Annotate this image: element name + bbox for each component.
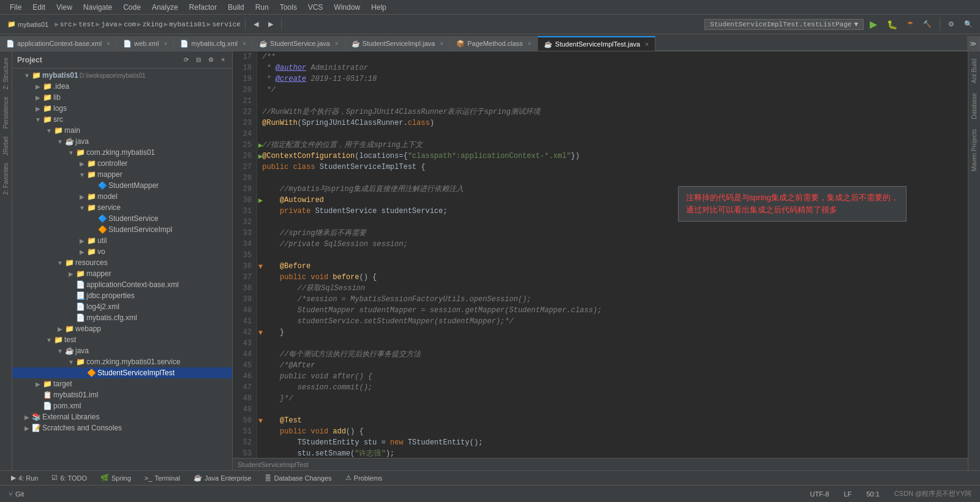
tree-target[interactable]: ▶ 📁 target (12, 378, 232, 389)
tab-terminal[interactable]: >_ Terminal (138, 473, 186, 483)
back-btn[interactable]: ◀ (250, 19, 262, 29)
path-zking[interactable]: zking (143, 21, 163, 28)
menu-file[interactable]: File (5, 2, 26, 13)
tree-test[interactable]: ▼ 📁 test (12, 334, 232, 345)
tab-close-btn-7[interactable]: × (645, 41, 649, 48)
debug-btn[interactable]: 🐛 (883, 18, 901, 31)
coverage-btn[interactable]: ☂ (903, 19, 917, 29)
tree-idea[interactable]: ▶ 📁 .idea (12, 81, 232, 92)
menu-window[interactable]: Window (329, 2, 365, 13)
status-line-sep[interactable]: LF (840, 489, 856, 499)
tree-iml[interactable]: 📋 mybatis01.iml (12, 389, 232, 400)
tree-com-zking[interactable]: ▼ 📁 com.zking.mybatis01 (12, 147, 232, 158)
tree-webapp[interactable]: ▶ 📁 webapp (12, 323, 232, 334)
build-btn[interactable]: 🔨 (919, 19, 935, 29)
tree-main[interactable]: ▼ 📁 main (12, 125, 232, 136)
tree-lib[interactable]: ▶ 📁 lib (12, 92, 232, 103)
tree-test-java[interactable]: ▼ ☕ java (12, 345, 232, 356)
tree-jdbc-props[interactable]: 📃 jdbc.properties (12, 290, 232, 301)
tree-mapper[interactable]: ▼ 📁 mapper (12, 169, 232, 180)
editor-content[interactable]: 17 18 19 20 21 22 23 24 25 ▶ 26 ▶ 27 28 (233, 51, 968, 458)
tree-mybatiscfg-xml[interactable]: 📄 mybatis.cfg.xml (12, 312, 232, 323)
path-service[interactable]: service (212, 21, 240, 28)
menu-vcs[interactable]: VCS (303, 2, 328, 13)
tree-vo[interactable]: ▶ 📁 vo (12, 246, 232, 257)
tab-mybatiscfg[interactable]: 📄 mybatis.cfg.xml × (174, 36, 253, 51)
tree-root[interactable]: ▼ 📁 mybatis01 D:\iwokspace\mybatis01 (12, 70, 232, 81)
persistence-panel-btn[interactable]: Persistence (1, 93, 10, 132)
tab-studentservice[interactable]: ☕ StudentService.java × (253, 36, 345, 51)
toolbar-project-btn[interactable]: 📁 mybatis01 (4, 19, 52, 29)
menu-view[interactable]: View (51, 2, 77, 13)
tab-db-changes[interactable]: 🗄 Database Changes (258, 473, 337, 483)
tree-appctx-xml[interactable]: 📄 applicationContext-base.xml (12, 279, 232, 290)
tree-service[interactable]: ▼ 📁 service (12, 202, 232, 213)
favorites-panel-btn[interactable]: 2: Favorites (1, 159, 10, 198)
tab-todo[interactable]: ☑ 6: TODO (45, 473, 93, 483)
path-com[interactable]: com (124, 21, 136, 28)
tree-mapper-res[interactable]: ▶ 📁 mapper (12, 268, 232, 279)
menu-build[interactable]: Build (223, 2, 249, 13)
search-everywhere-btn[interactable]: 🔍 (960, 19, 976, 29)
tree-model[interactable]: ▶ 📁 model (12, 191, 232, 202)
tree-src[interactable]: ▼ 📁 src (12, 114, 232, 125)
settings-sidebar-btn[interactable]: ⚙ (206, 56, 216, 64)
tab-webxml[interactable]: 📄 web.xml × (117, 36, 174, 51)
tab-studentserviceimpl[interactable]: ☕ StudentServiceImpl.java × (345, 36, 450, 51)
tab-close-btn-2[interactable]: × (164, 40, 167, 47)
tree-test-service-pkg[interactable]: ▼ 📁 com.zking.mybatis01.service (12, 356, 232, 367)
menu-tools[interactable]: Tools (275, 2, 302, 13)
tab-close-btn-3[interactable]: × (243, 40, 246, 47)
run-config-dropdown[interactable]: ▼ (854, 21, 858, 28)
tab-extra[interactable]: ≫ (967, 36, 980, 51)
tab-problems[interactable]: ⚠ Problems (339, 473, 388, 483)
tree-external-libs[interactable]: ▶ 📚 External Libraries (12, 411, 232, 422)
path-mybatis01[interactable]: mybatis01 (169, 21, 205, 28)
path-test[interactable]: test (78, 21, 94, 28)
structure-panel-btn[interactable]: Z: Structure (1, 54, 10, 93)
menu-help[interactable]: Help (366, 2, 391, 13)
tree-resources[interactable]: ▼ 📁 resources (12, 257, 232, 268)
tree-util[interactable]: ▶ 📁 util (12, 235, 232, 246)
tree-studentserviceimpltest[interactable]: 🔶 StudentServiceImplTest (12, 367, 232, 378)
ant-build-btn[interactable]: Ant Build (970, 54, 979, 88)
collapse-all-btn[interactable]: ⊟ (194, 56, 203, 64)
tab-java-enterprise[interactable]: ☕ Java Enterprise (187, 473, 257, 483)
tab-close-btn-5[interactable]: × (440, 40, 443, 47)
jrebel-panel-btn[interactable]: JRebel (1, 133, 10, 159)
close-sidebar-btn[interactable]: × (219, 56, 227, 64)
sync-btn[interactable]: ⟳ (181, 56, 191, 64)
status-git[interactable]: ⑂ Git (5, 489, 28, 499)
path-java[interactable]: java (101, 21, 117, 28)
tab-applicationContext[interactable]: 📄 applicationContext-base.xml × (0, 36, 117, 51)
tree-pom[interactable]: 📄 pom.xml (12, 400, 232, 411)
tab-close-btn-6[interactable]: × (528, 40, 532, 47)
tree-studentservice[interactable]: 🔷 StudentService (12, 213, 232, 224)
tree-scratches[interactable]: ▶ 📝 Scratches and Consoles (12, 422, 232, 433)
tree-log4j-xml[interactable]: 📄 log4j2.xml (12, 301, 232, 312)
run-config-box[interactable]: StudentServiceImplTest.testListPage ▼ (704, 19, 864, 30)
database-btn[interactable]: Database (970, 88, 979, 124)
menu-run[interactable]: Run (251, 2, 274, 13)
menu-code[interactable]: Code (118, 2, 146, 13)
status-encoding[interactable]: UTF-8 (806, 489, 832, 499)
path-src[interactable]: src (60, 21, 72, 28)
maven-btn[interactable]: Maven Projects (970, 124, 979, 176)
tab-close-btn[interactable]: × (107, 40, 110, 47)
status-location[interactable]: 50:1 (863, 489, 883, 499)
tab-run[interactable]: ▶ 4: Run (5, 473, 44, 483)
tree-controller[interactable]: ▶ 📁 controller (12, 158, 232, 169)
tab-pagemethod[interactable]: 📦 PageMethod.class × (450, 36, 538, 51)
menu-refactor[interactable]: Refactor (184, 2, 222, 13)
forward-btn[interactable]: ▶ (265, 19, 277, 29)
tree-java[interactable]: ▼ ☕ java (12, 136, 232, 147)
tab-studentserviceimpltest[interactable]: ☕ StudentServiceImplTest.java × (538, 36, 655, 51)
tab-spring[interactable]: 🌿 Spring (94, 473, 137, 483)
menu-edit[interactable]: Edit (28, 2, 50, 13)
tree-studentmapper[interactable]: 🔷 StudentMapper (12, 180, 232, 191)
run-btn[interactable]: ▶ (866, 17, 881, 31)
tree-logs[interactable]: ▶ 📁 logs (12, 103, 232, 114)
tab-close-btn-4[interactable]: × (335, 40, 339, 47)
settings-btn[interactable]: ⚙ (944, 19, 958, 29)
menu-analyze[interactable]: Analyze (147, 2, 183, 13)
